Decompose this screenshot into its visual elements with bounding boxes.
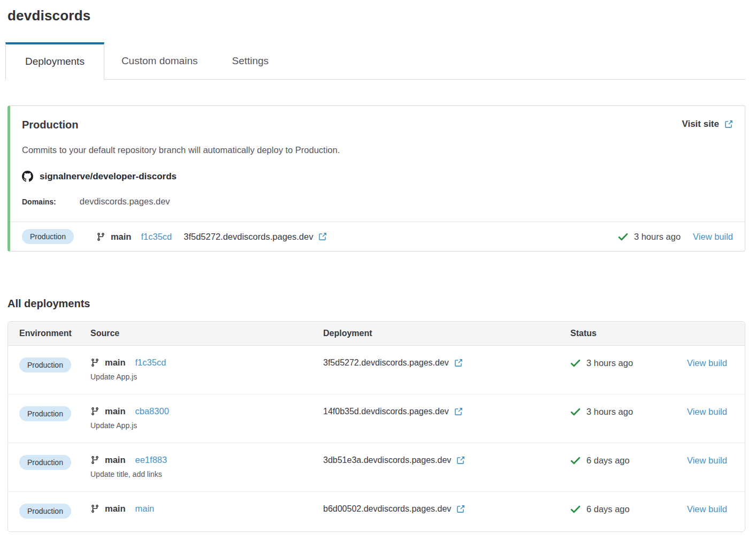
commit-link[interactable]: main bbox=[135, 504, 155, 514]
production-card-body: Production Visit site Commits to your de… bbox=[10, 106, 745, 222]
deployment-url: 14f0b35d.devdiscords.pages.dev bbox=[323, 407, 449, 416]
pages-project-page: devdiscords Deployments Custom domains S… bbox=[0, 0, 756, 532]
git-branch-icon bbox=[90, 407, 100, 416]
deployment-url: 3db51e3a.devdiscords.pages.dev bbox=[323, 455, 451, 465]
column-status: Status bbox=[570, 329, 687, 338]
production-description: Commits to your default repository branc… bbox=[22, 145, 733, 155]
check-icon bbox=[570, 504, 581, 514]
status-time: 3 hours ago bbox=[586, 407, 633, 417]
deployment-url-link[interactable]: b6d00502.devdiscords.pages.dev bbox=[323, 504, 570, 514]
external-link-icon bbox=[456, 505, 465, 514]
environment-badge: Production bbox=[19, 504, 71, 519]
tab-bar: Deployments Custom domains Settings bbox=[7, 42, 745, 80]
check-icon bbox=[618, 232, 628, 242]
page-title: devdiscords bbox=[7, 7, 745, 24]
branch-name: main bbox=[105, 358, 126, 368]
commit-link[interactable]: f1c35cd bbox=[135, 358, 166, 368]
domains-row: Domains: devdiscords.pages.dev bbox=[22, 196, 733, 207]
repo-name: signalnerve/developer-discords bbox=[40, 171, 177, 182]
external-link-icon bbox=[454, 359, 463, 368]
environment-badge: Production bbox=[22, 229, 74, 244]
table-header: Environment Source Deployment Status bbox=[8, 322, 745, 346]
status-time: 6 days ago bbox=[586, 455, 630, 466]
tab-settings[interactable]: Settings bbox=[215, 42, 286, 79]
environment-badge: Production bbox=[19, 455, 71, 470]
github-icon bbox=[22, 171, 33, 182]
check-icon bbox=[570, 455, 581, 466]
view-build-link[interactable]: View build bbox=[687, 407, 727, 416]
deployment-url: 3f5d5272.devdiscords.pages.dev bbox=[184, 232, 313, 242]
commit-message: Update App.js bbox=[90, 372, 323, 381]
git-branch-icon bbox=[90, 504, 100, 513]
environment-badge: Production bbox=[19, 406, 71, 421]
production-deployment-row: Production main f1c35cd 3f5d5272.devdisc… bbox=[10, 222, 745, 251]
visit-site-link[interactable]: Visit site bbox=[682, 119, 733, 130]
external-link-icon bbox=[724, 120, 733, 129]
production-card: Production Visit site Commits to your de… bbox=[7, 105, 745, 252]
view-build-link[interactable]: View build bbox=[687, 455, 727, 465]
deployment-row: Production main cba8300 Update App.js 14… bbox=[8, 394, 745, 443]
column-environment: Environment bbox=[19, 329, 90, 338]
commit-message: Update App.js bbox=[90, 421, 323, 430]
status-time: 3 hours ago bbox=[586, 358, 633, 368]
branch-name: main bbox=[105, 504, 126, 514]
environment-badge: Production bbox=[19, 358, 71, 372]
commit-link[interactable]: f1c35cd bbox=[141, 232, 172, 242]
branch-name: main bbox=[105, 406, 126, 416]
commit-message: Update title, add links bbox=[90, 470, 323, 478]
deployment-url: 3f5d5272.devdiscords.pages.dev bbox=[323, 358, 449, 368]
repo-link[interactable]: signalnerve/developer-discords bbox=[22, 171, 733, 182]
deployment-row: Production main ee1f883 Update title, ad… bbox=[8, 443, 745, 492]
commit-link[interactable]: cba8300 bbox=[135, 406, 169, 416]
deployments-table: Environment Source Deployment Status Pro… bbox=[7, 321, 745, 532]
git-branch-icon bbox=[90, 455, 100, 465]
domains-value: devdiscords.pages.dev bbox=[80, 196, 170, 207]
check-icon bbox=[570, 407, 581, 417]
status: 3 hours ago bbox=[570, 407, 687, 417]
view-build-link[interactable]: View build bbox=[693, 232, 733, 242]
git-branch-icon bbox=[90, 358, 100, 367]
view-build-link[interactable]: View build bbox=[687, 358, 727, 368]
status: 3 hours ago bbox=[570, 358, 687, 368]
domains-label: Domains: bbox=[22, 197, 56, 206]
deployment-row: Production main main b6d00502.devdiscord… bbox=[8, 492, 745, 531]
external-link-icon bbox=[454, 407, 463, 416]
all-deployments-title: All deployments bbox=[7, 298, 745, 310]
commit-link[interactable]: ee1f883 bbox=[135, 455, 167, 465]
deployment-url-link[interactable]: 14f0b35d.devdiscords.pages.dev bbox=[323, 407, 570, 416]
view-build-link[interactable]: View build bbox=[687, 504, 727, 514]
visit-site-label: Visit site bbox=[682, 119, 719, 130]
branch-name: main bbox=[111, 232, 132, 242]
production-title: Production bbox=[22, 119, 79, 131]
branch-name: main bbox=[105, 455, 126, 465]
external-link-icon bbox=[318, 232, 327, 241]
deployment-url-link[interactable]: 3f5d5272.devdiscords.pages.dev bbox=[323, 358, 570, 368]
column-actions bbox=[687, 329, 745, 338]
status: 3 hours ago bbox=[618, 232, 681, 242]
status-time: 3 hours ago bbox=[634, 232, 681, 242]
git-branch-icon bbox=[96, 232, 105, 241]
deployment-url-link[interactable]: 3f5d5272.devdiscords.pages.dev bbox=[184, 232, 327, 242]
status: 6 days ago bbox=[570, 504, 687, 514]
deployment-row: Production main f1c35cd Update App.js 3f… bbox=[8, 346, 745, 394]
column-deployment: Deployment bbox=[323, 329, 570, 338]
tab-custom-domains[interactable]: Custom domains bbox=[104, 42, 215, 79]
deployment-url-link[interactable]: 3db51e3a.devdiscords.pages.dev bbox=[323, 455, 570, 465]
status: 6 days ago bbox=[570, 455, 687, 466]
tab-deployments[interactable]: Deployments bbox=[5, 42, 104, 80]
external-link-icon bbox=[456, 456, 465, 465]
column-source: Source bbox=[90, 329, 323, 338]
check-icon bbox=[570, 358, 581, 368]
deployment-url: b6d00502.devdiscords.pages.dev bbox=[323, 504, 451, 514]
status-time: 6 days ago bbox=[586, 504, 630, 514]
